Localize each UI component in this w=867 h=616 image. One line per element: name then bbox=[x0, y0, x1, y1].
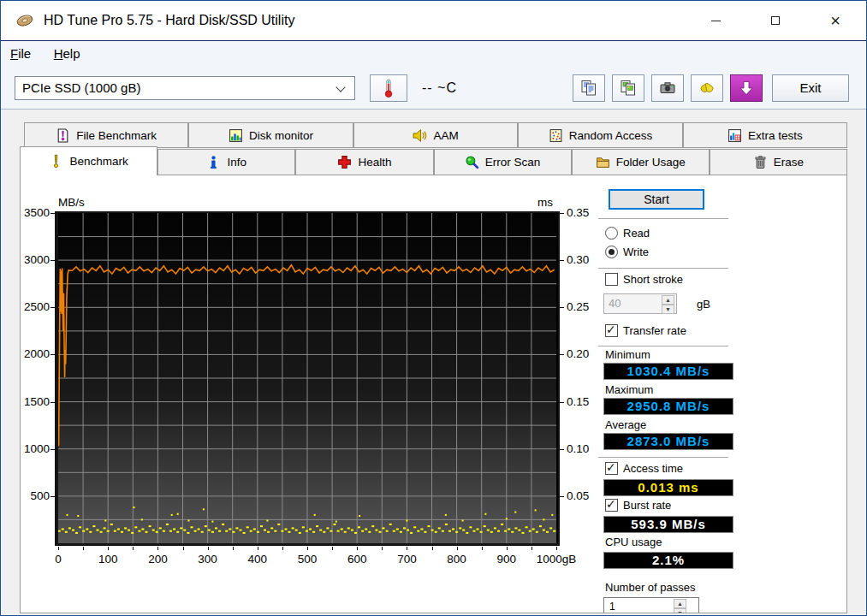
tab-benchmark[interactable]: Benchmark bbox=[20, 146, 157, 175]
toolbar: PCIe SSD (1000 gB) -- ~C bbox=[1, 68, 866, 110]
access-time-row[interactable]: ✓ Access time bbox=[605, 462, 683, 475]
donate-button[interactable] bbox=[691, 74, 723, 102]
burst-rate-label: Burst rate bbox=[623, 499, 671, 512]
tab-aam[interactable]: AAM bbox=[353, 122, 518, 148]
access-time-value: 0.013 ms bbox=[603, 479, 733, 496]
tab-extra-tests[interactable]: Extra tests bbox=[683, 122, 847, 148]
start-button[interactable]: Start bbox=[609, 189, 704, 210]
tab-label: Folder Usage bbox=[616, 156, 686, 169]
transfer-rate-checkbox[interactable]: ✓ bbox=[605, 324, 618, 337]
read-radio[interactable] bbox=[605, 227, 618, 240]
save-results-button[interactable] bbox=[730, 74, 763, 102]
x-axis-tick bbox=[482, 547, 483, 550]
title-bar: HD Tune Pro 5.75 - Hard Disk/SSD Utility… bbox=[1, 1, 866, 41]
exit-button[interactable]: Exit bbox=[772, 74, 849, 102]
y-axis-tick-label: 2000 bbox=[21, 347, 50, 360]
x-axis-tick bbox=[457, 547, 458, 550]
drive-select-dropdown[interactable]: PCIe SSD (1000 gB) bbox=[15, 76, 355, 100]
y2-axis-tick bbox=[560, 260, 564, 261]
tab-file-benchmark[interactable]: File Benchmark bbox=[24, 122, 188, 148]
tab-health[interactable]: Health bbox=[295, 149, 433, 175]
y-axis-tick-label: 3000 bbox=[21, 253, 50, 266]
copy-text-button[interactable] bbox=[573, 74, 605, 102]
y2-axis-tick-label: 0.20 bbox=[567, 347, 589, 360]
temperature-button[interactable] bbox=[370, 74, 407, 102]
menu-file[interactable]: File bbox=[1, 42, 40, 65]
short-stroke-size-spinner[interactable]: 40 ▲ ▼ bbox=[603, 293, 677, 314]
divider bbox=[598, 268, 728, 269]
tab-folder-usage[interactable]: Folder Usage bbox=[572, 149, 710, 175]
folder-icon bbox=[596, 155, 610, 169]
close-icon: × bbox=[830, 12, 840, 29]
spin-down-icon[interactable]: ▼ bbox=[674, 608, 686, 613]
divider bbox=[598, 218, 728, 219]
burst-rate-row[interactable]: ✓ Burst rate bbox=[605, 499, 671, 512]
chevron-down-icon bbox=[336, 82, 345, 92]
y2-axis-tick bbox=[560, 402, 564, 403]
burst-rate-checkbox[interactable]: ✓ bbox=[605, 499, 618, 512]
screenshot-button[interactable] bbox=[651, 74, 684, 102]
y2-axis-tick-label: 0.15 bbox=[567, 395, 589, 408]
access-time-checkbox[interactable]: ✓ bbox=[605, 462, 618, 475]
tab-random-access[interactable]: Random Access bbox=[518, 122, 682, 148]
x-axis-tick bbox=[233, 547, 234, 550]
passes-spinner[interactable]: 1 ▲ ▼ bbox=[603, 597, 699, 613]
maximize-button[interactable] bbox=[756, 1, 795, 40]
minimize-button[interactable] bbox=[696, 1, 735, 40]
close-button[interactable]: × bbox=[816, 1, 855, 40]
info-icon bbox=[206, 155, 221, 169]
tab-error-scan[interactable]: Error Scan bbox=[434, 149, 572, 175]
y2-axis-tick bbox=[560, 307, 564, 308]
y-axis-tick bbox=[50, 496, 55, 497]
tab-disk-monitor[interactable]: Disk monitor bbox=[188, 122, 353, 148]
spin-up-icon[interactable]: ▲ bbox=[662, 295, 674, 305]
menu-help[interactable]: Help bbox=[45, 42, 90, 65]
benchmark-panel: Start Read Write Short stroke 40 ▲ ▼ gB … bbox=[20, 175, 847, 613]
write-radio-label: Write bbox=[623, 246, 649, 258]
disk-monitor-icon bbox=[229, 128, 243, 143]
x-axis-tick bbox=[183, 547, 184, 550]
y-axis-tick bbox=[50, 354, 55, 355]
y-axis-tick-label: 500 bbox=[21, 489, 50, 502]
x-axis-tick bbox=[507, 547, 508, 550]
tab-label: Health bbox=[358, 156, 391, 169]
access-time-label: Access time bbox=[623, 462, 683, 475]
spin-down-icon[interactable]: ▼ bbox=[662, 305, 674, 314]
spinner-arrows[interactable]: ▲ ▼ bbox=[674, 599, 686, 613]
x-axis-tick-label: 0 bbox=[33, 553, 84, 566]
write-radio[interactable] bbox=[605, 246, 618, 258]
drive-select-value: PCIe SSD (1000 gB) bbox=[22, 80, 140, 95]
x-axis-tick bbox=[208, 547, 209, 550]
y-axis-tick-label: 1500 bbox=[21, 395, 50, 408]
tab-label: File Benchmark bbox=[76, 129, 157, 142]
y2-axis-tick bbox=[560, 449, 564, 450]
x-axis-tick bbox=[357, 547, 358, 550]
tab-info[interactable]: Info bbox=[157, 149, 295, 175]
x-axis-tick-label: 600 bbox=[331, 553, 383, 566]
short-stroke-row[interactable]: Short stroke bbox=[605, 273, 683, 286]
spin-up-icon[interactable]: ▲ bbox=[674, 599, 686, 608]
read-radio-row[interactable]: Read bbox=[605, 227, 650, 240]
spinner-arrows[interactable]: ▲ ▼ bbox=[662, 295, 674, 312]
transfer-rate-label: Transfer rate bbox=[623, 324, 686, 337]
short-stroke-checkbox[interactable] bbox=[605, 273, 618, 286]
y-axis-tick-label: 3500 bbox=[21, 206, 50, 219]
x-axis-tick bbox=[108, 547, 109, 550]
thermometer-icon bbox=[381, 77, 396, 99]
x-axis-tick bbox=[83, 547, 84, 550]
short-stroke-size-value: 40 bbox=[609, 297, 621, 310]
short-stroke-label: Short stroke bbox=[623, 273, 683, 286]
tab-label: AAM bbox=[433, 129, 458, 142]
y2-axis-tick bbox=[560, 354, 564, 355]
benchmark-chart bbox=[55, 211, 560, 546]
tab-erase[interactable]: Erase bbox=[710, 149, 847, 175]
temperature-value: -- ~C bbox=[422, 80, 457, 96]
y2-axis-tick-label: 0.05 bbox=[567, 489, 589, 502]
write-radio-row[interactable]: Write bbox=[605, 246, 649, 258]
transfer-rate-row[interactable]: ✓ Transfer rate bbox=[605, 324, 686, 337]
x-axis-tick-label: 400 bbox=[232, 553, 283, 566]
maximum-value: 2950.8 MB/s bbox=[603, 398, 733, 415]
copy-text-icon bbox=[580, 80, 597, 97]
copy-image-button[interactable] bbox=[612, 74, 644, 102]
divider bbox=[598, 346, 728, 346]
